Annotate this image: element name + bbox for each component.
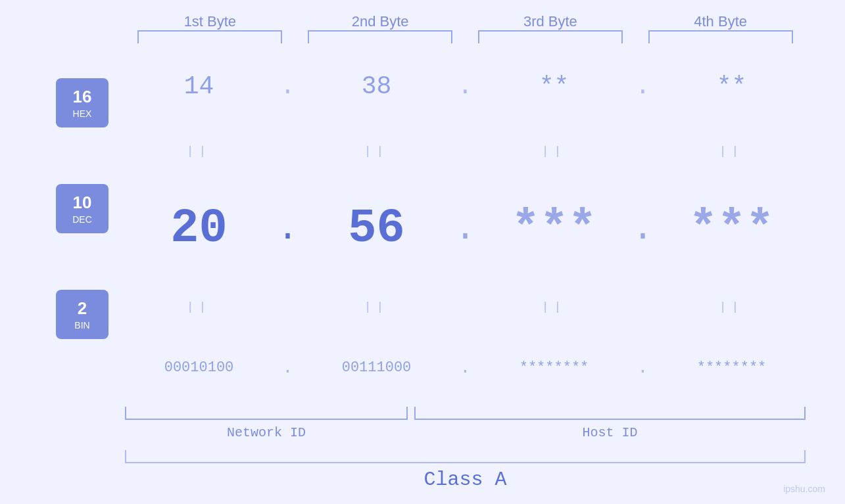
host-id-label: Host ID <box>414 425 806 440</box>
byte-header-4: 4th Byte <box>648 13 793 30</box>
hex-sep-3: . <box>630 72 656 101</box>
bracket-2 <box>308 30 452 43</box>
watermark: ipshu.com <box>783 484 825 494</box>
network-host-brackets <box>125 407 806 420</box>
bracket-3 <box>478 30 623 43</box>
equals-row-2: || || || || <box>125 300 806 313</box>
eq2-b1: || <box>127 300 272 313</box>
dec-sep-1: . <box>275 208 301 250</box>
class-label-row: Class A <box>125 469 806 491</box>
bin-badge: 2 BIN <box>56 290 109 339</box>
bin-sep-1: . <box>275 357 301 378</box>
bin-b4: ******** <box>660 359 804 376</box>
byte-header-3: 3rd Byte <box>478 13 623 30</box>
bracket-4 <box>648 30 793 43</box>
equals-row-1: || || || || <box>125 145 806 158</box>
base-labels-col: 16 HEX 10 DEC 2 BIN <box>39 50 125 407</box>
class-bracket-row <box>125 450 806 463</box>
hex-number: 16 <box>73 87 92 107</box>
class-bracket <box>125 450 806 463</box>
main-container: 1st Byte 2nd Byte 3rd Byte 4th Byte 16 H… <box>0 0 845 504</box>
data-section: 16 HEX 10 DEC 2 BIN 14 . 38 . ** . ** <box>39 50 806 407</box>
eq2-b2: || <box>304 300 449 313</box>
hex-row: 14 . 38 . ** . ** <box>125 72 806 101</box>
eq1-b3: || <box>482 145 627 158</box>
byte-header-1: 1st Byte <box>137 13 282 30</box>
data-grid: 14 . 38 . ** . ** || || || || 20 <box>125 50 806 407</box>
class-a-label: Class A <box>423 469 506 491</box>
hex-b3: ** <box>482 72 627 101</box>
network-bracket <box>125 407 408 420</box>
eq2-b4: || <box>660 300 804 313</box>
dec-b4: *** <box>660 202 804 256</box>
dec-badge: 10 DEC <box>56 184 109 233</box>
dec-number: 10 <box>73 193 92 213</box>
dec-row: 20 . 56 . *** . *** <box>125 202 806 256</box>
hex-b2: 38 <box>304 72 449 101</box>
bin-sep-2: . <box>452 357 479 378</box>
bin-b1: 00010100 <box>127 359 272 376</box>
eq2-b3: || <box>482 300 627 313</box>
hex-b4: ** <box>660 72 804 101</box>
byte-header-2: 2nd Byte <box>308 13 452 30</box>
bottom-section: Network ID Host ID Class A <box>39 407 806 504</box>
bin-label: BIN <box>74 320 89 331</box>
bin-number: 2 <box>78 298 87 319</box>
hex-sep-2: . <box>452 72 479 101</box>
network-id-label: Network ID <box>125 425 408 440</box>
dec-b3: *** <box>482 202 627 256</box>
eq1-b2: || <box>304 145 449 158</box>
dec-b1: 20 <box>127 202 272 256</box>
hex-label: HEX <box>73 108 92 119</box>
hex-badge: 16 HEX <box>56 78 109 127</box>
network-host-labels: Network ID Host ID <box>125 425 806 440</box>
bin-b2: 00111000 <box>304 359 449 376</box>
dec-sep-3: . <box>630 208 656 250</box>
hex-sep-1: . <box>275 72 301 101</box>
bin-row: 00010100 . 00111000 . ******** . *******… <box>125 357 806 378</box>
bin-b3: ******** <box>482 359 627 376</box>
dec-b2: 56 <box>304 202 449 256</box>
hex-b1: 14 <box>127 72 272 101</box>
dec-sep-2: . <box>452 208 479 250</box>
top-bracket-row <box>39 30 806 43</box>
dec-label: DEC <box>72 214 92 225</box>
byte-headers: 1st Byte 2nd Byte 3rd Byte 4th Byte <box>39 0 806 30</box>
eq1-b4: || <box>660 145 804 158</box>
eq1-b1: || <box>127 145 272 158</box>
bracket-1 <box>137 30 282 43</box>
host-bracket <box>414 407 806 420</box>
bin-sep-3: . <box>630 357 656 378</box>
